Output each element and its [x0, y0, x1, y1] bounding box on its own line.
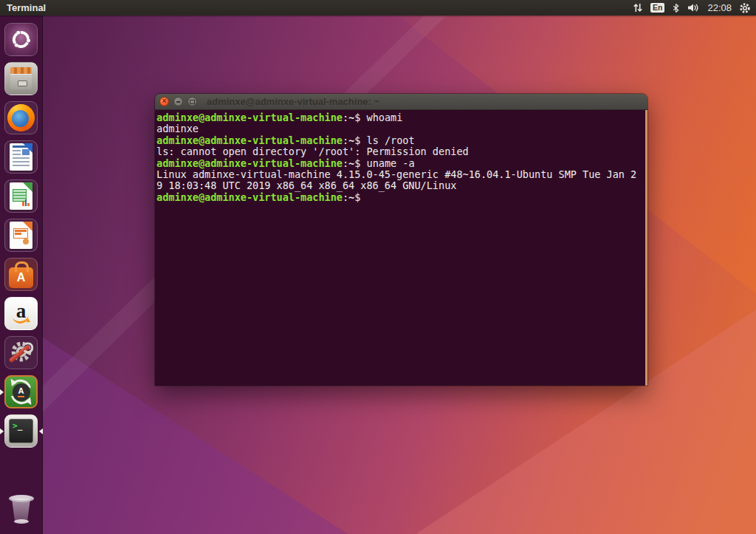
slide-dot	[23, 239, 29, 244]
updater-letter: A	[18, 387, 24, 395]
terminal-line: adminxe@adminxe-virtual-machine:~$ ls /r…	[157, 135, 643, 146]
terminal-icon: >_	[4, 414, 38, 448]
focused-indicator	[39, 428, 43, 434]
updater-underline	[18, 396, 24, 397]
terminal-line: adminxe@adminxe-virtual-machine:~$	[157, 192, 643, 203]
terminal-icon-screen: >_	[9, 419, 33, 443]
terminal-text-segment: ls: cannot open directory '/root': Permi…	[157, 146, 469, 157]
terminal-line: adminxe	[157, 123, 643, 134]
terminal-line: adminxe@adminxe-virtual-machine:~$ whoam…	[157, 112, 643, 123]
ubuntu-dash-icon	[4, 23, 38, 56]
shopping-bag: A	[9, 267, 33, 288]
doc-line	[13, 150, 21, 151]
running-indicator	[0, 389, 4, 395]
launcher-item-dash[interactable]	[0, 23, 43, 56]
bluetooth-icon[interactable]	[672, 3, 680, 13]
desktop: Terminal En 22:08	[0, 0, 756, 534]
terminal-text-segment: $	[354, 191, 366, 203]
terminal-text-segment: :	[343, 191, 348, 203]
window-title: adminxe@adminxe-virtual-machine: ~	[207, 96, 379, 107]
doc-line	[13, 157, 30, 159]
doc-line	[13, 154, 21, 155]
clock[interactable]: 22:08	[707, 2, 732, 13]
terminal-line: ls: cannot open directory '/root': Permi…	[157, 146, 643, 157]
trash-icon	[9, 495, 34, 523]
close-button[interactable]	[159, 97, 169, 106]
terminal-text-segment: uname -a	[367, 157, 415, 169]
software-updater-icon: A	[4, 375, 38, 408]
maximize-button[interactable]	[188, 97, 197, 106]
terminal-line: adminxe@adminxe-virtual-machine:~$ uname…	[157, 158, 643, 169]
impress-page	[10, 222, 32, 249]
libreoffice-writer-icon	[4, 140, 38, 174]
cursor-glyph: _	[18, 421, 23, 431]
launcher-item-calc[interactable]	[0, 179, 43, 213]
firefox-globe-core	[12, 110, 29, 127]
terminal-text-segment: :	[343, 157, 348, 169]
terminal-text-segment: $	[354, 134, 366, 146]
terminal-line: 9 18:03:48 UTC 2019 x86_64 x86_64 x86_64…	[157, 180, 643, 191]
prompt-glyph: >	[13, 421, 18, 431]
terminal-scrollbar[interactable]	[645, 110, 647, 386]
terminal-text-segment: adminxe	[157, 123, 199, 134]
terminal-text-segment: 9 18:03:48 UTC 2019 x86_64 x86_64 x86_64…	[157, 179, 456, 191]
doc-image	[22, 149, 30, 155]
trash-rim	[9, 495, 34, 502]
libreoffice-impress-icon	[4, 219, 38, 252]
terminal-text-segment: :	[343, 112, 348, 123]
updater-badge: A	[13, 383, 30, 401]
launcher-item-software[interactable]: A	[0, 258, 43, 291]
mini-chart	[22, 199, 30, 206]
running-indicator	[0, 428, 4, 434]
writer-page	[10, 143, 32, 171]
amazon-icon: a	[4, 297, 38, 330]
system-tray: En 22:08	[633, 2, 751, 14]
bag-letter: A	[17, 272, 26, 284]
libreoffice-calc-icon	[4, 179, 38, 213]
launcher-item-files[interactable]	[0, 62, 43, 95]
minimize-button[interactable]	[173, 97, 183, 106]
amazon-smile-arrow	[12, 314, 29, 324]
keyboard-layout-indicator[interactable]: En	[650, 3, 664, 13]
network-traffic-icon[interactable]	[633, 3, 643, 13]
drawer-handle	[18, 81, 27, 86]
terminal-text-segment: whoami	[367, 112, 403, 123]
launcher-item-amazon[interactable]: a	[0, 297, 43, 330]
calc-page	[10, 182, 32, 210]
terminal-window: adminxe@adminxe-virtual-machine: ~ admin…	[155, 94, 647, 386]
launcher-item-updater[interactable]: A	[0, 375, 43, 408]
doc-line	[13, 161, 30, 162]
launcher-item-firefox[interactable]	[0, 101, 43, 134]
folder-strip	[10, 67, 32, 74]
slide-thumb	[13, 228, 28, 239]
session-gear-icon[interactable]	[739, 2, 751, 14]
launcher-item-trash[interactable]	[0, 492, 43, 525]
unity-launcher: A a	[0, 16, 43, 534]
active-app-name[interactable]: Terminal	[7, 2, 46, 13]
terminal-text-segment: ls /root	[367, 134, 415, 146]
files-icon	[4, 62, 38, 95]
system-settings-icon	[4, 336, 38, 369]
firefox-globe	[7, 104, 35, 131]
launcher-item-settings[interactable]	[0, 336, 43, 369]
doc-line	[13, 165, 30, 166]
terminal-text-segment: Linux adminxe-virtual-machine 4.15.0-45-…	[157, 168, 636, 180]
volume-icon[interactable]	[687, 3, 700, 13]
terminal-text-segment: $	[354, 157, 366, 169]
launcher-item-impress[interactable]	[0, 219, 43, 252]
terminal-text-segment: adminxe@adminxe-virtual-machine	[157, 157, 343, 169]
ubuntu-software-icon: A	[4, 258, 38, 291]
launcher-item-terminal[interactable]: >_	[0, 414, 43, 448]
terminal-text-segment: :	[343, 134, 348, 146]
launcher-item-writer[interactable]	[0, 140, 43, 174]
terminal-line: Linux adminxe-virtual-machine 4.15.0-45-…	[157, 169, 643, 180]
terminal-text-segment: adminxe@adminxe-virtual-machine	[157, 134, 343, 146]
terminal-text-segment: adminxe@adminxe-virtual-machine	[157, 191, 343, 203]
terminal-text-segment: adminxe@adminxe-virtual-machine	[157, 112, 343, 123]
terminal-output[interactable]: adminxe@adminxe-virtual-machine:~$ whoam…	[155, 110, 647, 386]
window-titlebar[interactable]: adminxe@adminxe-virtual-machine: ~	[155, 94, 647, 110]
top-panel: Terminal En 22:08	[0, 0, 756, 16]
firefox-icon	[4, 101, 38, 134]
terminal-text-segment: $	[354, 112, 366, 123]
trash-base	[14, 519, 29, 524]
